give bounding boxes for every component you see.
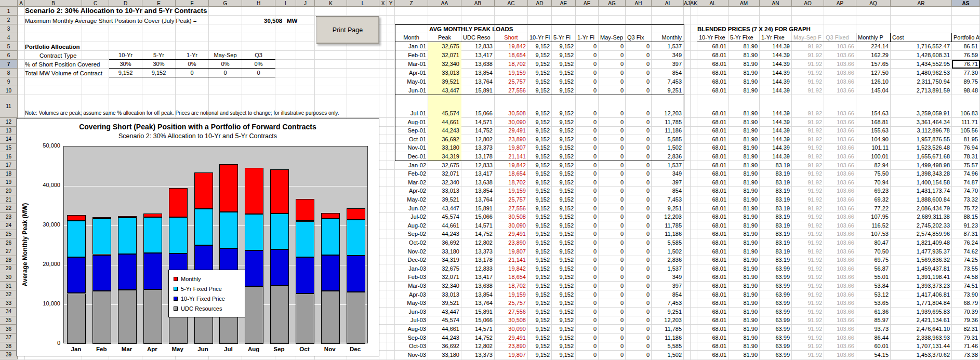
column-header-AM[interactable]: AM [729, 0, 760, 7]
row-header-3[interactable]: 3 [0, 24, 18, 33]
row-header-31[interactable]: 31 [0, 282, 18, 290]
row-header-1[interactable]: 1 [0, 7, 18, 16]
row-header-35[interactable]: 35 [0, 316, 18, 325]
column-header-AL[interactable]: AL [697, 0, 729, 7]
row-header-29[interactable]: 29 [0, 264, 18, 273]
column-header-I[interactable]: I [275, 0, 296, 7]
column-header-AE[interactable]: AE [552, 0, 576, 7]
bar-segment [270, 169, 289, 214]
peak-table-border [395, 24, 684, 161]
column-header-AH[interactable]: AH [626, 0, 652, 7]
bar-segment [347, 292, 365, 344]
x-tick-label: Sep [267, 346, 292, 352]
column-header-AA[interactable]: AA [428, 0, 461, 7]
column-header-AP[interactable]: AP [824, 0, 856, 7]
row-header-16[interactable]: 16 [0, 152, 18, 161]
column-header-Y[interactable]: Y [387, 0, 395, 7]
row-header-37[interactable]: 37 [0, 334, 18, 342]
bar-segment [296, 221, 314, 258]
row-header-5[interactable]: 5 [0, 42, 18, 51]
legend-swatch [174, 287, 178, 291]
row-header-20[interactable]: 20 [0, 187, 18, 196]
row-header-11[interactable]: 11 [0, 95, 18, 118]
column-header-AQ[interactable]: AQ [856, 0, 891, 7]
row-header-36[interactable]: 36 [0, 325, 18, 334]
row-header-25[interactable]: 25 [0, 230, 18, 239]
bar-segment [118, 290, 137, 344]
column-header-AF[interactable]: AF [576, 0, 599, 7]
bar-segment [270, 214, 289, 250]
x-tick-label: Mar [114, 346, 140, 352]
column-header-A[interactable]: A [18, 0, 25, 7]
row-header-2[interactable]: 2 [0, 16, 18, 24]
bar-segment [219, 212, 238, 248]
bar-segment [245, 168, 263, 215]
column-header-AB[interactable]: AB [461, 0, 495, 7]
row-header-17[interactable]: 17 [0, 161, 18, 170]
row-header-24[interactable]: 24 [0, 221, 18, 230]
bar-segment [92, 219, 111, 255]
column-header-AN[interactable]: AN [760, 0, 792, 7]
row-header-39[interactable]: 39 [0, 351, 18, 359]
bar-segment [143, 253, 162, 289]
row-header-15[interactable]: 15 [0, 144, 18, 153]
chart-subtitle: Scenario 2: 30% Allocation to 10-Yr and … [17, 132, 379, 140]
column-header-Z[interactable]: Z [395, 0, 428, 7]
select-all-corner[interactable] [0, 0, 18, 7]
row-header-12[interactable]: 12 [0, 118, 18, 127]
column-header-J[interactable]: J [296, 0, 315, 7]
column-header-E[interactable]: E [142, 0, 176, 7]
row-header-13[interactable]: 13 [0, 127, 18, 136]
x-tick-label: Feb [89, 346, 114, 352]
print-page-button[interactable]: Print Page [316, 16, 379, 44]
row-header-30[interactable]: 30 [0, 273, 18, 282]
row-header-27[interactable]: 27 [0, 247, 18, 256]
chart-legend: Monthly5-Yr Fixed Price10-Yr Fixed Price… [168, 270, 245, 317]
column-header-AK[interactable]: AK [691, 0, 697, 7]
column-header-AS[interactable]: AS [952, 0, 980, 7]
row-header-7[interactable]: 7 [0, 60, 18, 69]
chart[interactable]: Covering Short (Peak) Position with a Po… [16, 118, 379, 356]
column-header-F[interactable]: F [176, 0, 209, 7]
legend-label: UDC Resources [181, 305, 222, 312]
row-header-28[interactable]: 28 [0, 256, 18, 265]
row-header-19[interactable]: 19 [0, 178, 18, 187]
row-header-34[interactable]: 34 [0, 308, 18, 316]
row-header-26[interactable]: 26 [0, 238, 18, 247]
bar-segment [143, 214, 162, 217]
row-header-4[interactable]: 4 [0, 33, 18, 42]
column-header-AC[interactable]: AC [495, 0, 528, 7]
column-header-K[interactable]: K [315, 0, 347, 7]
row-header-6[interactable]: 6 [0, 51, 18, 60]
column-header-L[interactable]: L [347, 0, 379, 7]
legend-item: 10-Yr Fixed Price [174, 294, 240, 303]
row-header-23[interactable]: 23 [0, 213, 18, 222]
row-header-8[interactable]: 8 [0, 69, 18, 77]
selected-cell[interactable] [952, 60, 980, 69]
column-header-AD[interactable]: AD [528, 0, 552, 7]
column-header-G[interactable]: G [209, 0, 242, 7]
column-header-X[interactable]: X [379, 0, 387, 7]
column-header-H[interactable]: H [242, 0, 275, 7]
row-header-33[interactable]: 33 [0, 299, 18, 308]
column-header-AJ[interactable]: AJ [684, 0, 691, 7]
x-tick-label: Oct [292, 346, 317, 352]
column-header-AG[interactable]: AG [599, 0, 626, 7]
bar-segment [347, 256, 365, 292]
column-header-AI[interactable]: AI [652, 0, 684, 7]
row-header-22[interactable]: 22 [0, 204, 18, 213]
column-header-C[interactable]: C [82, 0, 109, 7]
row-header-38[interactable]: 38 [0, 342, 18, 351]
row-header-18[interactable]: 18 [0, 170, 18, 179]
chart-title: Covering Short (Peak) Position with a Po… [17, 123, 379, 131]
column-header-AR[interactable]: AR [891, 0, 952, 7]
row-header-32[interactable]: 32 [0, 290, 18, 299]
row-header-14[interactable]: 14 [0, 135, 18, 144]
row-header-10[interactable]: 10 [0, 86, 18, 95]
bar-segment [245, 286, 263, 344]
column-header-AO[interactable]: AO [792, 0, 824, 7]
column-header-B[interactable]: B [25, 0, 82, 7]
column-header-D[interactable]: D [109, 0, 142, 7]
row-header-21[interactable]: 21 [0, 195, 18, 204]
row-header-9[interactable]: 9 [0, 77, 18, 86]
